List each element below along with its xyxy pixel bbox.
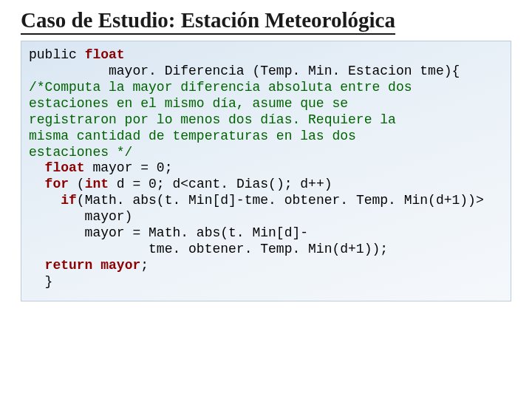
code-line-14b: ; [140, 258, 149, 273]
code-line-9a [29, 177, 45, 191]
code-line-8a [29, 160, 45, 175]
code-line-9b: ( [77, 177, 85, 191]
code-line-14a [29, 258, 45, 273]
code-line-1a: public [29, 47, 85, 62]
code-block: public float mayor. Diferencia (Temp. Mi… [21, 41, 511, 301]
slide: Caso de Estudio: Estación Meteorológica … [0, 0, 532, 399]
code-line-13: tme. obtener. Temp. Min(d+1)); [29, 242, 388, 256]
comment-line-3: registraron por lo menos dos días. Requi… [29, 112, 396, 127]
code-line-9c: d = 0; d<cant. Dias(); d++) [117, 177, 332, 191]
keyword-return: return [45, 258, 101, 273]
keyword-float: float [85, 47, 125, 62]
comment-line-5: estaciones */ [29, 145, 132, 160]
keyword-for: for [45, 177, 77, 191]
keyword-int: int [85, 177, 117, 191]
comment-line-1: /*Computa la mayor diferencia absoluta e… [29, 80, 412, 95]
keyword-if: if [61, 193, 77, 208]
code-line-11: mayor) [29, 209, 132, 224]
comment-line-4: misma cantidad de temperaturas en las do… [29, 129, 356, 143]
code-line-12: mayor = Math. abs(t. Min[d]- [29, 225, 308, 240]
code-line-10b: (Math. abs(t. Min[d]-tme. obtener. Temp.… [77, 193, 484, 208]
code-line-15: } [29, 274, 52, 289]
code-line-10a [29, 193, 61, 208]
comment-line-2: estaciones en el mismo día, asume que se [29, 96, 348, 111]
page-title: Caso de Estudio: Estación Meteorológica [21, 7, 395, 35]
code-line-8b: mayor = 0; [92, 160, 172, 175]
var-mayor: mayor [100, 258, 140, 273]
keyword-float2: float [45, 160, 93, 175]
code-line-2: mayor. Diferencia (Temp. Min. Estacion t… [29, 64, 460, 78]
